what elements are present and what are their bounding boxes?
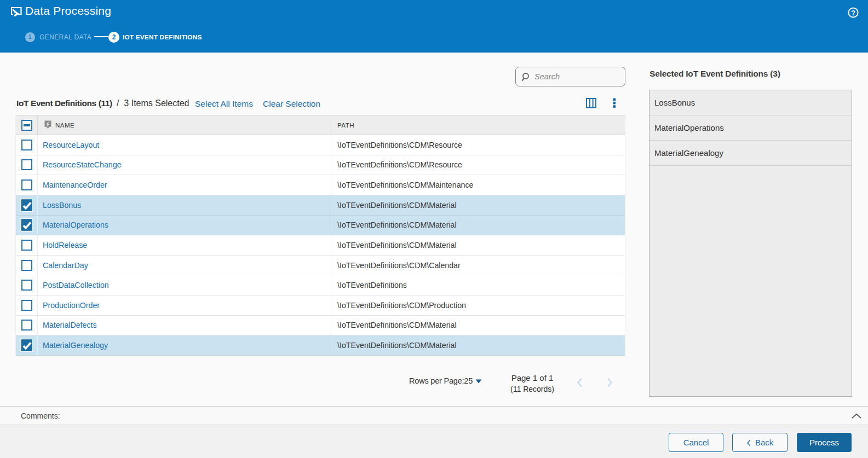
svg-text:?: ? [851, 9, 855, 17]
